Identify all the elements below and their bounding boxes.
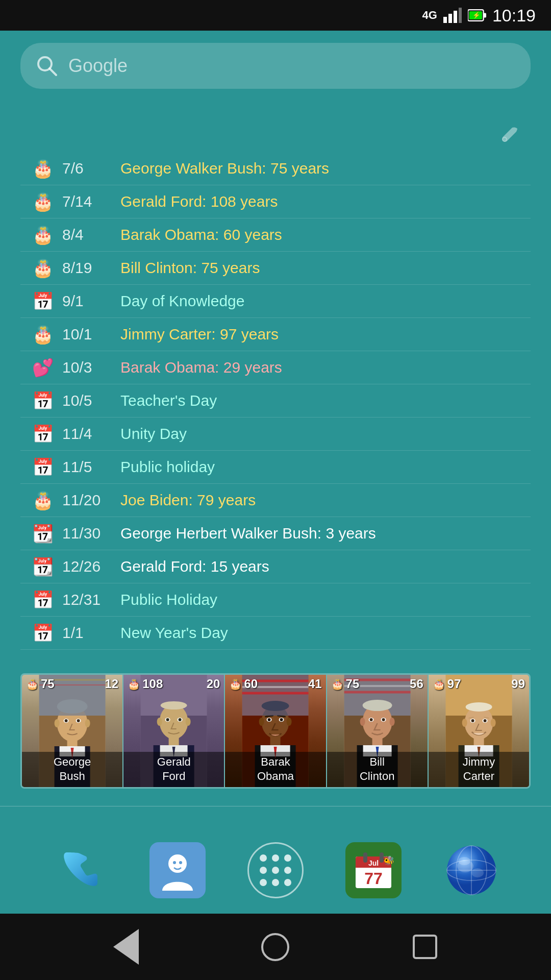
back-button[interactable]	[108, 929, 144, 965]
home-button[interactable]	[258, 929, 293, 965]
president-card-ford[interactable]: 🎂 108 20 Gerald Ford	[123, 675, 225, 787]
widget-header	[20, 125, 531, 147]
president-days-obama: 41	[308, 677, 322, 691]
contacts-app-icon[interactable]	[149, 842, 206, 898]
apps-menu-icon[interactable]	[247, 842, 304, 898]
list-item[interactable]: 🎂 8/19 Bill Clinton: 75 years	[20, 252, 531, 285]
search-bar[interactable]: Google	[20, 43, 531, 89]
svg-point-107	[471, 868, 484, 877]
svg-point-19	[77, 719, 80, 722]
svg-point-79	[465, 702, 492, 712]
list-item[interactable]: 📅 1/1 New Year's Day	[20, 617, 531, 650]
dot	[284, 867, 291, 874]
svg-rect-3	[459, 8, 462, 23]
list-item[interactable]: 📅 12/31 Public Holiday	[20, 583, 531, 617]
event-date-e9: 11/4	[62, 425, 113, 443]
event-icon-e3: 🎂	[31, 225, 55, 245]
wrench-icon[interactable]	[498, 125, 520, 147]
svg-point-85	[490, 719, 495, 727]
list-item[interactable]: 🎂 7/6 George Walker Bush: 75 years	[20, 152, 531, 185]
event-date-e15: 1/1	[62, 624, 113, 642]
president-top-bar-carter: 🎂 97 99	[429, 675, 529, 693]
svg-point-68	[369, 718, 372, 721]
president-card-carter[interactable]: 🎂 97 99 Jimmy Carter	[429, 675, 529, 787]
list-item[interactable]: 🎂 8/4 Barak Obama: 60 years	[20, 218, 531, 252]
president-card-bush[interactable]: 🎂 75 12 George Bush	[22, 675, 123, 787]
event-label-e7: Barak Obama: 29 years	[120, 359, 282, 376]
browser-app-icon[interactable]	[443, 842, 499, 898]
list-item[interactable]: 📅 11/5 Public holiday	[20, 451, 531, 484]
list-item[interactable]: 📅 10/5 Teacher's Day	[20, 384, 531, 418]
list-item[interactable]: 📅 9/1 Day of Knowledge	[20, 285, 531, 318]
event-label-e1: George Walker Bush: 75 years	[120, 160, 329, 177]
phone-app-icon[interactable]	[52, 842, 108, 898]
president-top-bar-clinton: 🎂 75 56	[327, 675, 428, 693]
svg-text:77: 77	[364, 869, 383, 888]
recents-button[interactable]	[407, 929, 443, 965]
event-icon-e12: 📆	[31, 523, 55, 544]
svg-point-65	[362, 700, 392, 711]
dot	[260, 867, 267, 874]
recents-icon	[413, 935, 437, 959]
president-top-bar-ford: 🎂 108 20	[123, 675, 224, 693]
event-date-e2: 7/14	[62, 193, 113, 210]
bottom-dock: 77 🐝 Jul	[0, 842, 551, 898]
president-age-carter: 🎂 97	[433, 677, 461, 691]
event-label-e6: Jimmy Carter: 97 years	[120, 326, 279, 343]
event-label-e2: Gerald Ford: 108 years	[120, 193, 278, 210]
event-icon-e8: 📅	[31, 390, 55, 411]
event-label-e14: Public Holiday	[120, 591, 217, 608]
svg-rect-72	[372, 738, 382, 746]
calendar-icon: 77 🐝 Jul	[350, 847, 396, 893]
svg-rect-1	[448, 14, 452, 23]
event-date-e12: 11/30	[62, 525, 113, 542]
event-icon-e2: 🎂	[31, 191, 55, 212]
list-item[interactable]: 🎂 7/14 Gerald Ford: 108 years	[20, 185, 531, 218]
event-icon-e10: 📅	[31, 457, 55, 477]
dot	[272, 867, 279, 874]
svg-rect-38	[169, 738, 179, 746]
event-date-e7: 10/3	[62, 359, 113, 376]
svg-point-48	[280, 718, 283, 721]
svg-point-20	[55, 719, 60, 727]
event-list: 🎂 7/6 George Walker Bush: 75 years 🎂 7/1…	[20, 152, 531, 650]
list-item[interactable]: 🎂 10/1 Jimmy Carter: 97 years	[20, 318, 531, 351]
list-item[interactable]: 📆 12/26 Gerald Ford: 15 years	[20, 550, 531, 583]
svg-text:⚡: ⚡	[472, 12, 481, 20]
dot	[260, 879, 267, 886]
status-icons: 4G ⚡ 10:19	[422, 6, 536, 26]
event-label-e8: Teacher's Day	[120, 392, 217, 409]
status-time: 10:19	[492, 6, 536, 26]
president-card-clinton[interactable]: 🎂 75 56 Bill Clinton	[327, 675, 429, 787]
svg-point-69	[382, 718, 385, 721]
network-type: 4G	[422, 9, 437, 22]
svg-point-50	[287, 718, 292, 726]
event-date-e1: 7/6	[62, 160, 113, 177]
svg-point-49	[259, 718, 264, 726]
event-label-e4: Bill Clinton: 75 years	[120, 259, 260, 277]
dot	[260, 854, 267, 862]
signal-icon	[443, 8, 462, 23]
svg-rect-86	[473, 738, 484, 746]
svg-point-35	[179, 718, 182, 721]
list-item[interactable]: 📆 11/30 George Herbert Walker Bush: 3 ye…	[20, 517, 531, 550]
calendar-app-icon[interactable]: 77 🐝 Jul	[345, 842, 402, 898]
svg-point-84	[462, 719, 467, 727]
president-age-bush: 🎂 75	[26, 677, 55, 691]
president-days-clinton: 56	[410, 677, 423, 691]
dot	[272, 854, 279, 862]
event-label-e5: Day of Knowledge	[120, 292, 245, 310]
list-item[interactable]: 💕 10/3 Barak Obama: 29 years	[20, 351, 531, 384]
event-icon-e7: 💕	[31, 357, 55, 378]
list-item[interactable]: 🎂 11/20 Joe Biden: 79 years	[20, 484, 531, 517]
president-age-ford: 🎂 108	[128, 677, 163, 691]
list-item[interactable]: 📅 11/4 Unity Day	[20, 418, 531, 451]
svg-point-83	[483, 719, 486, 722]
event-icon-e14: 📅	[31, 590, 55, 610]
svg-point-37	[186, 718, 191, 726]
event-label-e12: George Herbert Walker Bush: 3 years	[120, 525, 376, 542]
search-bar-container: Google	[0, 31, 551, 89]
apps-grid	[260, 854, 291, 886]
president-card-obama[interactable]: 🎂 60 41 Barak Obama	[225, 675, 327, 787]
svg-line-9	[49, 68, 56, 75]
